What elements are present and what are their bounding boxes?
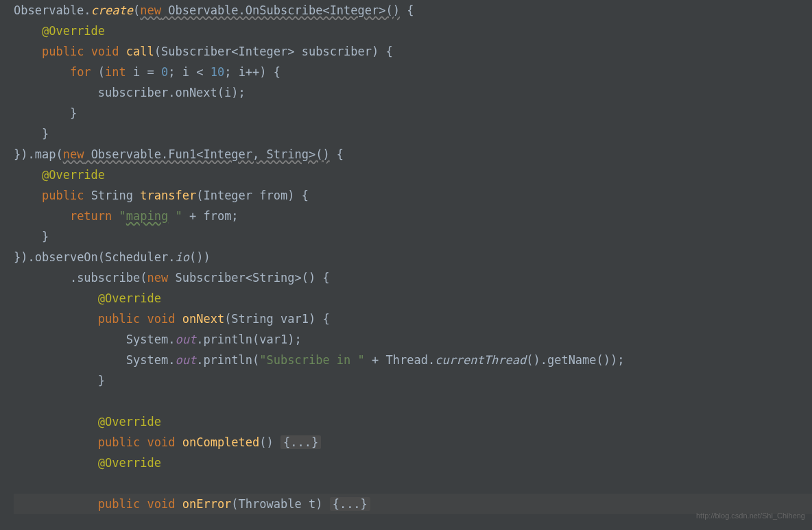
watermark-text: http://blog.csdn.net/Shi_Chiheng <box>696 505 805 526</box>
code-line: public void onCompleted() {...} <box>14 435 321 449</box>
code-line: System.out.println("Subscribe in " + Thr… <box>14 353 625 367</box>
code-line: System.out.println(var1); <box>14 333 302 346</box>
code-line-highlighted: public void onError(Throwable t) {...} <box>14 494 812 514</box>
folded-block[interactable]: {...} <box>330 497 370 511</box>
code-line: } <box>14 106 77 120</box>
code-editor[interactable]: Observable.create(new Observable.OnSubsc… <box>0 0 812 530</box>
new-keyword: new <box>140 3 161 17</box>
code-line: return "maping " + from; <box>14 209 239 223</box>
code-line: public String transfer(Integer from) { <box>14 189 309 202</box>
code-line: } <box>14 374 105 387</box>
code-line: @Override <box>14 24 105 38</box>
code-line: @Override <box>14 291 161 305</box>
code-line: .subscribe(new Subscriber<String>() { <box>14 271 330 285</box>
code-line: } <box>14 127 49 141</box>
code-line: subscriber.onNext(i); <box>14 86 246 99</box>
folded-block[interactable]: {...} <box>280 435 321 449</box>
code-line: @Override <box>14 168 105 182</box>
code-line: }).observeOn(Scheduler.io()) <box>14 250 211 264</box>
code-line: }).map(new Observable.Fun1<Integer, Stri… <box>14 147 344 161</box>
code-line: public void onNext(String var1) { <box>14 312 330 326</box>
code-line: @Override <box>14 456 161 470</box>
code-line: @Override <box>14 415 161 429</box>
code-line: for (int i = 0; i < 10; i++) { <box>14 65 280 79</box>
code-line: } <box>14 230 49 243</box>
code-line: Observable.create(new Observable.OnSubsc… <box>14 3 414 17</box>
code-line: public void call(Subscriber<Integer> sub… <box>14 45 393 58</box>
